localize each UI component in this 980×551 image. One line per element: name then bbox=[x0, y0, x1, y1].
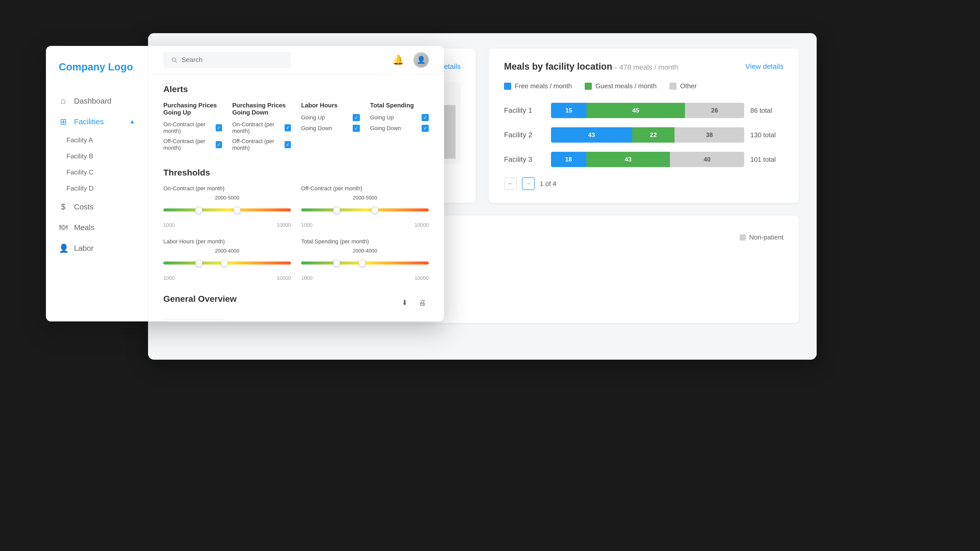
non-patient-dot bbox=[740, 234, 746, 241]
costs-label: Costs bbox=[74, 203, 94, 211]
free-bar: 18 bbox=[551, 152, 586, 167]
slider-container[interactable] bbox=[301, 205, 429, 218]
slider-thumb-left[interactable] bbox=[333, 206, 340, 214]
alerts-title: Alerts bbox=[163, 84, 429, 94]
sidebar-item-facilities[interactable]: ⊞ Facilities ▲ bbox=[46, 111, 148, 132]
user-avatar[interactable]: 👤 bbox=[414, 52, 429, 68]
sidebar-item-meals[interactable]: 🍽 Meals bbox=[46, 217, 148, 238]
guest-bar: 43 bbox=[586, 152, 670, 167]
labor-label: Labor bbox=[74, 244, 94, 252]
facility-label: Facility 2 bbox=[504, 131, 545, 139]
search-box[interactable] bbox=[163, 52, 291, 68]
legend-free-meals: Free meals / month bbox=[504, 82, 572, 90]
search-input[interactable] bbox=[181, 56, 283, 64]
threshold-item: Labor Hours (per month) 2000-4000 1000 1… bbox=[163, 238, 291, 281]
topbar-actions: 🔔 👤 bbox=[390, 52, 429, 68]
sidebar-item-facility-d[interactable]: Facility D bbox=[66, 180, 148, 197]
alert-row-label: Going Up bbox=[370, 114, 394, 121]
sidebar-item-costs[interactable]: $ Costs bbox=[46, 197, 148, 217]
slider-thumb-right[interactable] bbox=[221, 260, 228, 267]
threshold-value: 2000-5000 bbox=[163, 195, 291, 201]
alert-col-title: Total Spending bbox=[370, 102, 429, 109]
slider-thumb-left[interactable] bbox=[195, 206, 202, 214]
threshold-label: Off-Contract (per month) bbox=[301, 185, 429, 192]
legend-guest-dot bbox=[585, 83, 592, 90]
threshold-value: 2000-5000 bbox=[301, 195, 429, 201]
alert-col-title: Purchasing Prices Going Up bbox=[163, 102, 222, 116]
alert-col-title: Labor Hours bbox=[301, 102, 360, 109]
facility-rows: Facility 1 15 45 26 86 total Facility 2 … bbox=[504, 103, 783, 167]
slider-container[interactable] bbox=[163, 205, 291, 218]
facility-label: Facility 1 bbox=[504, 106, 545, 114]
facility-total: 130 total bbox=[750, 131, 783, 139]
alert-checkbox[interactable] bbox=[422, 125, 429, 132]
threshold-label: On-Contract (per month) bbox=[163, 185, 291, 192]
meals-by-facility-subtitle: – 478 meals / month bbox=[614, 63, 678, 71]
alert-checkbox[interactable] bbox=[353, 125, 360, 132]
alert-checkbox[interactable] bbox=[216, 141, 222, 148]
svg-point-0 bbox=[172, 58, 176, 62]
legend-guest-meals: Guest meals / month bbox=[585, 82, 657, 90]
search-icon bbox=[171, 56, 177, 64]
slider-container[interactable] bbox=[301, 258, 429, 271]
free-bar: 43 bbox=[551, 127, 632, 143]
alerts-grid: Purchasing Prices Going Up On-Contract (… bbox=[163, 102, 429, 155]
slider-thumb-right[interactable] bbox=[371, 206, 379, 214]
meals-by-facility-header: Meals by facility location – 478 meals /… bbox=[504, 61, 783, 72]
slider-thumb-right[interactable] bbox=[359, 260, 366, 267]
alert-checkbox[interactable] bbox=[285, 124, 291, 131]
facility-row-facility-2: Facility 2 43 22 38 130 total bbox=[504, 127, 783, 143]
facilities-icon: ⊞ bbox=[59, 117, 68, 127]
prev-page-btn[interactable]: ← bbox=[504, 177, 517, 190]
facility-row-facility-1: Facility 1 15 45 26 86 total bbox=[504, 103, 783, 118]
topbar: 🔔 👤 bbox=[148, 46, 444, 74]
slider-thumb-left[interactable] bbox=[195, 260, 202, 267]
threshold-label: Total Spending (per month) bbox=[301, 238, 429, 245]
svg-line-1 bbox=[175, 61, 177, 62]
alert-row: On-Contract (per month) bbox=[163, 121, 222, 135]
meals-label: Meals bbox=[74, 223, 94, 232]
non-patient-label: Non-patient bbox=[749, 233, 783, 241]
download-icon[interactable]: ⬇ bbox=[398, 297, 411, 309]
overview-controls: ⬇ 🖨 bbox=[398, 297, 429, 309]
sidebar-item-facility-c[interactable]: Facility C bbox=[66, 164, 148, 180]
sidebar-item-facility-b[interactable]: Facility B bbox=[66, 148, 148, 164]
alert-column: Purchasing Prices Going Down On-Contract… bbox=[232, 102, 291, 155]
alert-checkbox[interactable] bbox=[422, 114, 429, 121]
slider-thumb-right[interactable] bbox=[234, 206, 241, 214]
dashboard-icon: ⌂ bbox=[59, 96, 68, 106]
alert-row: Going Up bbox=[301, 114, 360, 121]
bell-icon[interactable]: 🔔 bbox=[390, 52, 406, 68]
alert-row: Going Down bbox=[370, 125, 429, 132]
alert-checkbox[interactable] bbox=[216, 124, 222, 131]
meals-by-facility-title: Meals by facility location bbox=[504, 61, 612, 72]
threshold-value: 2000-4000 bbox=[163, 248, 291, 254]
meals-by-facility-view-details[interactable]: View details bbox=[746, 62, 783, 71]
food-purchases-dropdown[interactable]: Food Purchases ▾ bbox=[163, 319, 224, 321]
slider-track bbox=[301, 208, 429, 211]
costs-icon: $ bbox=[59, 202, 68, 211]
facility-bar: 43 22 38 bbox=[551, 127, 744, 143]
slider-range: 1000 10000 bbox=[301, 222, 429, 228]
sidebar-item-facility-a[interactable]: Facility A bbox=[66, 132, 148, 148]
alert-checkbox[interactable] bbox=[285, 141, 291, 148]
slider-thumb-left[interactable] bbox=[333, 260, 340, 267]
non-patient-badge: Non-patient bbox=[740, 233, 783, 241]
overview-header: General Overview ⬇ 🖨 bbox=[163, 294, 429, 311]
alert-checkbox[interactable] bbox=[353, 114, 360, 121]
settings-modal: Company Logo ⌂ Dashboard ⊞ Facilities ▲ … bbox=[46, 46, 444, 321]
alert-row: Off-Contract (per month) bbox=[232, 138, 291, 151]
slider-container[interactable] bbox=[163, 258, 291, 271]
guest-bar: 45 bbox=[587, 103, 685, 118]
thresholds-title: Thresholds bbox=[163, 168, 429, 178]
other-bar: 38 bbox=[675, 127, 744, 143]
alert-row: Going Up bbox=[370, 114, 429, 121]
facility-row-facility-3: Facility 3 18 43 40 101 total bbox=[504, 152, 783, 167]
print-icon[interactable]: 🖨 bbox=[416, 297, 429, 309]
sidebar-item-dashboard[interactable]: ⌂ Dashboard bbox=[46, 91, 148, 111]
facility-label: Facility 3 bbox=[504, 156, 545, 164]
alert-row-label: Going Up bbox=[301, 114, 325, 121]
sidebar-item-labor[interactable]: 👤 Labor bbox=[46, 238, 148, 259]
legend-free-dot bbox=[504, 83, 511, 90]
next-page-btn[interactable]: → bbox=[522, 177, 535, 190]
